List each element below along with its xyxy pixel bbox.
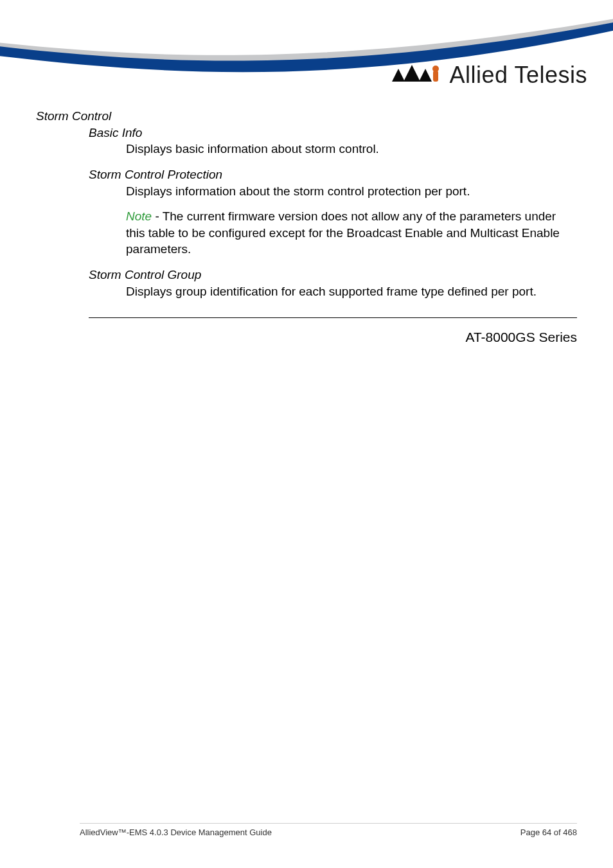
group-body: Displays group identification for each s… xyxy=(126,283,577,300)
series-label: AT-8000GS Series xyxy=(36,328,577,346)
protection-block: Storm Control Protection Displays inform… xyxy=(36,166,577,258)
content-area: Storm Control Basic Info Displays basic … xyxy=(36,108,577,347)
footer-right: Page 64 of 468 xyxy=(520,828,577,837)
group-title: Storm Control Group xyxy=(89,267,577,283)
brand-logo: Allied Telesis xyxy=(392,62,587,89)
page-footer: AlliedView™-EMS 4.0.3 Device Management … xyxy=(80,823,577,837)
basic-info-title: Basic Info xyxy=(89,125,577,141)
protection-title: Storm Control Protection xyxy=(89,166,577,183)
note-body: - The current firmware version does not … xyxy=(126,209,560,256)
footer-left: AlliedView™-EMS 4.0.3 Device Management … xyxy=(80,828,272,837)
section-rule xyxy=(89,317,577,318)
section-title: Storm Control xyxy=(36,108,577,125)
swoosh-graphic xyxy=(0,0,613,109)
protection-note: Note - The current firmware version does… xyxy=(126,208,577,258)
svg-marker-1 xyxy=(404,65,420,82)
svg-rect-4 xyxy=(433,71,438,82)
protection-body: Displays information about the storm con… xyxy=(126,183,577,200)
document-page: Allied Telesis Storm Control Basic Info … xyxy=(0,0,613,868)
logo-text: Allied Telesis xyxy=(450,62,587,89)
svg-marker-2 xyxy=(419,69,432,82)
logo-mark-icon xyxy=(392,64,443,87)
svg-marker-0 xyxy=(392,69,405,82)
basic-info-body: Displays basic information about storm c… xyxy=(126,141,577,157)
basic-info-block: Basic Info Displays basic information ab… xyxy=(36,125,577,157)
header-banner xyxy=(0,0,613,109)
note-label: Note xyxy=(126,209,152,223)
group-block: Storm Control Group Displays group ident… xyxy=(36,267,577,299)
